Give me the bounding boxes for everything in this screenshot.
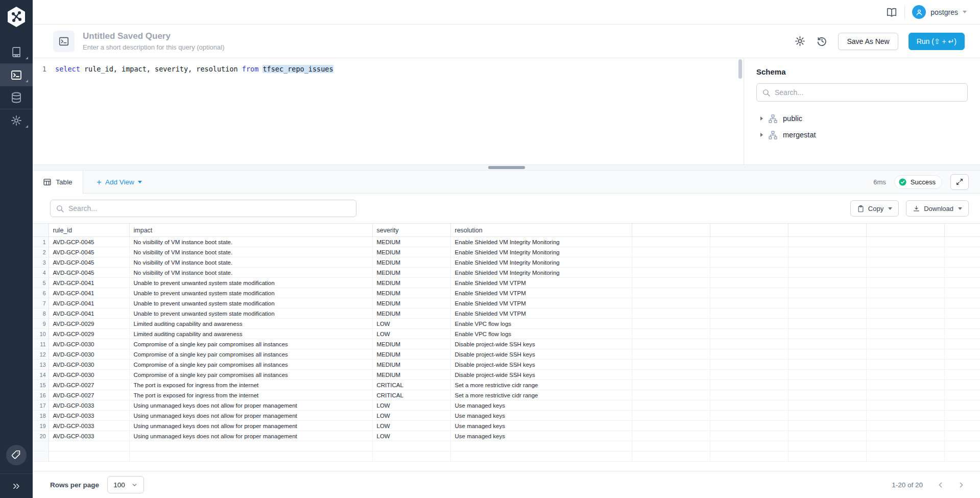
schema-item-public[interactable]: public <box>756 112 968 125</box>
expand-results-button[interactable] <box>950 174 969 190</box>
cell-empty <box>944 441 980 452</box>
open-book-icon <box>886 7 897 18</box>
row-number: 7 <box>33 298 49 309</box>
schema-item-mergestat[interactable]: mergestat <box>756 128 968 141</box>
results-toolbar: Copy Download <box>33 194 980 223</box>
schema-item-label: public <box>783 114 802 123</box>
results-table: rule_idimpactseverityresolution1AVD-GCP-… <box>33 223 980 462</box>
cell: AVD-GCP-0030 <box>49 339 129 349</box>
sidebar-item-settings[interactable] <box>0 109 33 132</box>
user-menu[interactable]: postgres <box>912 5 967 19</box>
row-number: 14 <box>33 370 49 380</box>
cell-empty <box>710 411 788 421</box>
row-number: 20 <box>33 431 49 441</box>
query-settings-button[interactable] <box>794 35 806 47</box>
sidebar-item-tags[interactable] <box>6 445 27 465</box>
schema-search-input[interactable] <box>775 88 962 97</box>
sitemap-icon <box>768 130 778 140</box>
docs-button[interactable] <box>886 7 897 18</box>
cell-empty <box>866 319 944 329</box>
double-chevron-right-icon <box>11 481 21 491</box>
cell: AVD-GCP-0027 <box>49 380 129 390</box>
cell-empty <box>944 400 980 411</box>
cell: AVD-GCP-0045 <box>49 247 129 257</box>
query-description-placeholder[interactable]: Enter a short description for this query… <box>83 43 224 51</box>
tag-icon <box>11 449 22 461</box>
table-row: 19AVD-GCP-0033Using unmanaged keys does … <box>33 421 980 431</box>
cell-empty <box>944 360 980 370</box>
previous-page-button[interactable] <box>934 479 947 491</box>
next-page-button[interactable] <box>955 479 968 491</box>
editor-scrollbar[interactable] <box>738 59 742 79</box>
row-number: 15 <box>33 380 49 390</box>
cell: MEDIUM <box>372 288 450 298</box>
cell-empty <box>129 452 372 462</box>
cell-empty <box>632 349 710 360</box>
chevron-down-icon <box>138 181 142 183</box>
cell: MEDIUM <box>372 278 450 288</box>
line-number: 1 <box>33 64 55 74</box>
cell: Enable Shielded VM VTPM <box>450 278 632 288</box>
split-drag-handle[interactable] <box>488 166 525 169</box>
download-button[interactable]: Download <box>906 200 969 217</box>
cell-empty <box>866 411 944 421</box>
rows-per-page-label: Rows per page <box>50 481 99 489</box>
cell: AVD-GCP-0045 <box>49 237 129 247</box>
cell-empty <box>632 421 710 431</box>
sidebar-item-connections[interactable] <box>0 86 33 109</box>
cell-empty <box>788 257 866 268</box>
column-header-empty <box>944 224 980 237</box>
search-icon <box>762 88 771 97</box>
cell: Using unmanaged keys does not allow for … <box>129 421 372 431</box>
column-header-empty <box>710 224 788 237</box>
rows-per-page-select[interactable]: 100 <box>107 476 144 493</box>
save-as-new-button[interactable]: Save As New <box>838 33 898 50</box>
row-number: 16 <box>33 390 49 400</box>
add-view-button[interactable]: + Add View <box>83 171 155 193</box>
cell: Unable to prevent unwanted system state … <box>129 278 372 288</box>
cell-empty <box>944 390 980 400</box>
cell: MEDIUM <box>372 237 450 247</box>
cell: Limited auditing capability and awarenes… <box>129 329 372 339</box>
cell-empty <box>866 237 944 247</box>
schema-search-box <box>756 83 968 102</box>
table-row: 12AVD-GCP-0030Compromise of a single key… <box>33 349 980 360</box>
cell: AVD-GCP-0033 <box>49 421 129 431</box>
sql-editor[interactable]: 1 select rule_id, impact, severity, reso… <box>33 58 744 164</box>
sidebar-item-queries[interactable] <box>0 64 33 86</box>
sidebar-collapse-button[interactable] <box>0 473 33 498</box>
row-number: 5 <box>33 278 49 288</box>
cell-empty <box>710 431 788 441</box>
run-button[interactable]: Run (⇧ + ↵) <box>909 33 965 50</box>
row-number: 12 <box>33 349 49 360</box>
sidebar <box>0 0 33 498</box>
tab-table[interactable]: Table <box>33 171 83 194</box>
cell-empty <box>788 349 866 360</box>
cell-empty <box>710 441 788 452</box>
chevron-down-icon <box>888 207 892 210</box>
cell: Unable to prevent unwanted system state … <box>129 309 372 319</box>
cell-empty <box>710 370 788 380</box>
cell: MEDIUM <box>372 298 450 309</box>
cell: Enable Shielded VM Integrity Monitoring <box>450 237 632 247</box>
query-title[interactable]: Untitled Saved Query <box>83 31 224 41</box>
cell-empty <box>788 431 866 441</box>
cell-empty <box>944 431 980 441</box>
tab-table-label: Table <box>56 178 72 186</box>
schema-panel: Schema publicmergestat <box>744 58 980 164</box>
rows-per-page-value: 100 <box>113 481 125 489</box>
cell-empty <box>710 288 788 298</box>
table-row: 14AVD-GCP-0030Compromise of a single key… <box>33 370 980 380</box>
cell: No visibility of VM instance boot state. <box>129 247 372 257</box>
query-history-button[interactable] <box>816 35 828 47</box>
cell: Using unmanaged keys does not allow for … <box>129 431 372 441</box>
sidebar-item-repos[interactable] <box>0 41 33 63</box>
mergestat-logo[interactable] <box>7 0 26 41</box>
copy-button[interactable]: Copy <box>850 200 899 217</box>
table-row: 18AVD-GCP-0033Using unmanaged keys does … <box>33 411 980 421</box>
results-search-input[interactable] <box>68 204 351 212</box>
cell-empty <box>632 452 710 462</box>
cell-empty <box>866 360 944 370</box>
cell-empty <box>788 380 866 390</box>
cell-empty <box>632 339 710 349</box>
